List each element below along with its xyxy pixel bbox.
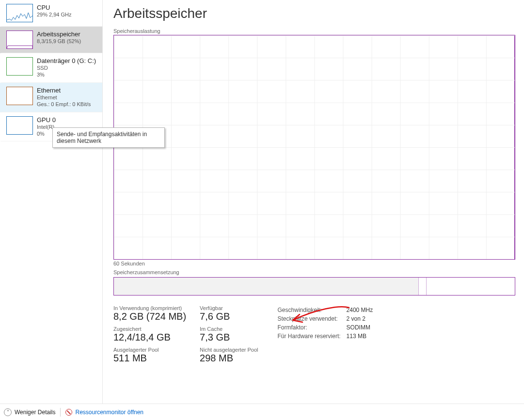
spec-speed-key: Geschwindigkeit: (278, 306, 346, 314)
sidebar-disk-title: Datenträger 0 (G: C:) (37, 57, 96, 65)
chevron-up-icon: ˄ (4, 408, 12, 416)
sidebar-item-cpu[interactable]: CPU 29% 2,94 GHz (0, 0, 102, 27)
gpu-thumb-icon (6, 116, 33, 135)
main-panel: Arbeitsspeicher Speicherauslastung 60 Se… (103, 0, 524, 404)
sidebar-mem-sub: 8,3/15,9 GB (52%) (37, 38, 81, 45)
stat-cached-label: Im Cache (200, 326, 258, 332)
sidebar-net-title: Ethernet (37, 87, 91, 94)
sidebar-disk-sub: SSD (37, 65, 96, 72)
spec-slots-val: 2 von 2 (347, 315, 378, 323)
open-resource-monitor-link[interactable]: Ressourcenmonitor öffnen (65, 409, 143, 416)
composition-chart-label: Speicherzusammensetzung (113, 269, 515, 275)
composition-used-segment (114, 278, 419, 295)
resource-monitor-icon (65, 409, 72, 416)
sidebar-item-memory[interactable]: Arbeitsspeicher 8,3/15,9 GB (52%) (0, 27, 102, 53)
stat-paged-value: 511 MB (113, 353, 186, 364)
memory-usage-chart (113, 35, 515, 260)
sidebar-item-ethernet[interactable]: Ethernet Ethernet Ges.: 0 Empf.: 0 KBit/… (0, 83, 102, 112)
composition-free-segment (427, 278, 515, 295)
memory-composition-chart (113, 277, 515, 296)
spec-form-val: SODIMM (347, 324, 378, 331)
stats-section: In Verwendung (komprimiert) 8,2 GB (724 … (113, 305, 515, 364)
sidebar-cpu-title: CPU (37, 4, 72, 12)
stat-nonpaged-label: Nicht ausgelagerter Pool (200, 347, 258, 353)
sidebar-disk-sub2: 3% (37, 72, 96, 78)
ethernet-thumb-icon (6, 87, 33, 105)
sidebar: CPU 29% 2,94 GHz Arbeitsspeicher 8,3/15,… (0, 0, 103, 404)
disk-thumb-icon (6, 57, 33, 76)
memory-thumb-icon (6, 31, 33, 49)
stat-paged-label: Ausgelagerter Pool (113, 347, 186, 353)
sidebar-item-disk[interactable]: Datenträger 0 (G: C:) SSD 3% (0, 53, 102, 83)
tooltip: Sende- und Empfangsaktivitäten in diesem… (52, 127, 165, 148)
fewer-details-label: Weniger Details (15, 409, 55, 416)
stat-nonpaged-value: 298 MB (200, 353, 258, 364)
stat-avail-value: 7,6 GB (200, 311, 258, 322)
footer-bar: ˄ Weniger Details Ressourcenmonitor öffn… (0, 404, 524, 420)
stat-cached-value: 7,3 GB (200, 332, 258, 343)
sidebar-net-sub2: Ges.: 0 Empf.: 0 KBit/s (37, 101, 91, 108)
usage-chart-axis: 60 Sekunden (113, 261, 515, 266)
spec-form-key: Formfaktor: (278, 324, 346, 331)
sidebar-net-sub: Ethernet (37, 94, 91, 101)
footer-separator (60, 408, 61, 417)
composition-cached-segment (419, 278, 427, 295)
page-title: Arbeitsspeicher (113, 6, 515, 21)
open-resource-monitor-label: Ressourcenmonitor öffnen (75, 409, 143, 416)
spec-hw-key: Für Hardware reserviert: (278, 332, 346, 340)
spec-speed-val: 2400 MHz (347, 306, 378, 314)
sidebar-mem-title: Arbeitsspeicher (37, 31, 81, 38)
spec-hw-val: 113 MB (347, 332, 378, 340)
stat-inuse-value: 8,2 GB (724 MB) (113, 311, 186, 322)
stat-avail-label: Verfügbar (200, 305, 258, 311)
stat-committed-label: Zugesichert (113, 326, 186, 332)
usage-chart-label: Speicherauslastung (113, 28, 515, 34)
stat-inuse-label: In Verwendung (komprimiert) (113, 305, 186, 311)
sidebar-gpu-title: GPU 0 (37, 116, 60, 124)
fewer-details-button[interactable]: ˄ Weniger Details (4, 408, 55, 416)
stat-committed-value: 12,4/18,4 GB (113, 332, 186, 343)
memory-specs: Geschwindigkeit: 2400 MHz Steckplätze ve… (277, 305, 379, 364)
sidebar-cpu-sub: 29% 2,94 GHz (37, 12, 72, 18)
spec-slots-key: Steckplätze verwendet: (278, 315, 346, 323)
cpu-thumb-icon (6, 4, 33, 22)
